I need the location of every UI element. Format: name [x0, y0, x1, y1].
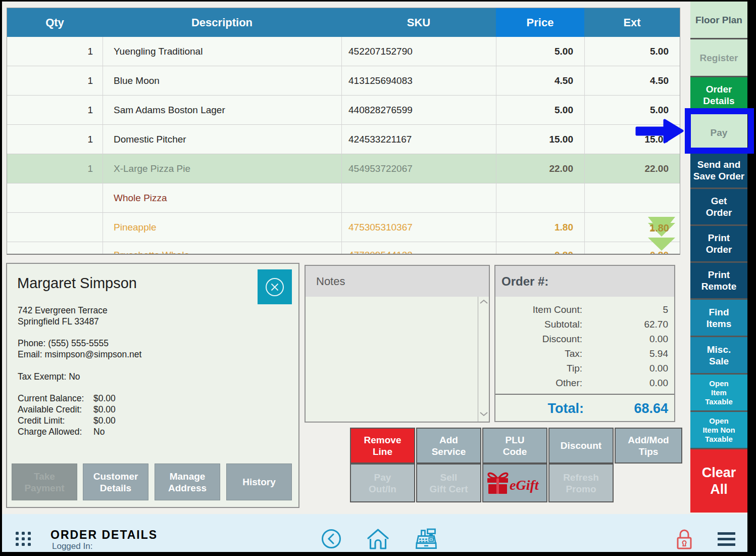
- svg-text:eGift: eGift: [510, 477, 539, 493]
